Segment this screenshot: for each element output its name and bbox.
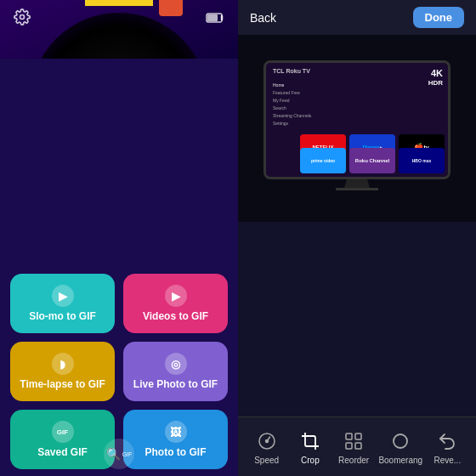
- tv-image-area: TCL Roku TV 4K HDR Home Featured Free My…: [238, 35, 476, 222]
- back-button[interactable]: Back: [250, 11, 276, 25]
- boomerang-icon: [388, 429, 412, 453]
- right-panel: Back Done TCL Roku TV 4K HDR Home: [238, 0, 476, 476]
- boomerang-label: Boomerang: [378, 456, 422, 465]
- right-header: Back Done: [238, 0, 476, 35]
- svg-rect-7: [346, 443, 352, 449]
- tv-4k-badge: 4K HDR: [428, 68, 443, 88]
- svg-rect-8: [355, 443, 361, 449]
- svg-rect-6: [355, 434, 361, 439]
- crop-label: Crop: [301, 456, 320, 465]
- speed-icon: [255, 429, 279, 453]
- tv-body: TCL Roku TV 4K HDR Home Featured Free My…: [264, 60, 450, 179]
- reverse-label: Reve...: [434, 456, 461, 465]
- left-panel: ▶ Slo-mo to GIF ▶ Videos to GIF ◗ Time-l…: [0, 0, 238, 476]
- tv-apps-row2: prime video Roku Channel HBO max: [300, 148, 445, 173]
- svg-rect-5: [346, 434, 352, 439]
- svg-point-4: [265, 439, 268, 442]
- tv-stand: [344, 179, 370, 188]
- tv-preview: TCL Roku TV 4K HDR Home Featured Free My…: [238, 35, 476, 222]
- live-photo-gif-button[interactable]: ◎ Live Photo to GIF: [123, 342, 228, 401]
- reorder-icon: [342, 429, 366, 453]
- tv-brand: TCL Roku TV: [273, 68, 310, 74]
- timelapse-icon: ◗: [52, 353, 74, 375]
- svg-rect-2: [207, 14, 218, 21]
- hbo-app: HBO max: [399, 148, 445, 173]
- tv-menu: Home Featured Free My Feed Search Stream…: [273, 82, 311, 128]
- search-icon: 🔍: [106, 447, 121, 461]
- roku-app: Roku Channel: [349, 148, 395, 173]
- videos-icon: ▶: [165, 285, 187, 307]
- search-gif-button[interactable]: 🔍 GIF: [104, 439, 134, 469]
- slo-mo-icon: ▶: [52, 285, 74, 307]
- slo-mo-gif-button[interactable]: ▶ Slo-mo to GIF: [10, 274, 115, 333]
- prime-app: prime video: [300, 148, 346, 173]
- left-header: [0, 0, 238, 38]
- gif-label: GIF: [122, 451, 133, 457]
- done-button[interactable]: Done: [413, 7, 465, 28]
- crop-icon: [298, 429, 322, 453]
- left-footer: 🔍 GIF: [0, 439, 238, 469]
- videos-gif-button[interactable]: ▶ Videos to GIF: [123, 274, 228, 333]
- tv-base: [336, 188, 378, 190]
- reverse-tool[interactable]: Reve...: [428, 429, 466, 465]
- reorder-tool[interactable]: Reorder: [335, 429, 372, 465]
- boomerang-tool[interactable]: Boomerang: [378, 429, 422, 465]
- battery-icon: [206, 10, 224, 28]
- live-photo-icon: ◎: [165, 353, 187, 375]
- tv-wrapper: TCL Roku TV 4K HDR Home Featured Free My…: [264, 60, 450, 196]
- reorder-label: Reorder: [338, 456, 369, 465]
- tv-screen: TCL Roku TV 4K HDR Home Featured Free My…: [266, 63, 448, 177]
- crop-tool[interactable]: Crop: [292, 429, 329, 465]
- reverse-icon: [435, 429, 459, 453]
- svg-point-0: [20, 15, 25, 20]
- right-footer-toolbar: Speed Crop Reorder: [238, 416, 476, 476]
- speed-label: Speed: [254, 456, 279, 465]
- settings-icon[interactable]: [14, 8, 31, 30]
- preview-bottom-area: [238, 222, 476, 416]
- timelapse-gif-button[interactable]: ◗ Time-lapse to GIF: [10, 342, 115, 401]
- speed-tool[interactable]: Speed: [248, 429, 286, 465]
